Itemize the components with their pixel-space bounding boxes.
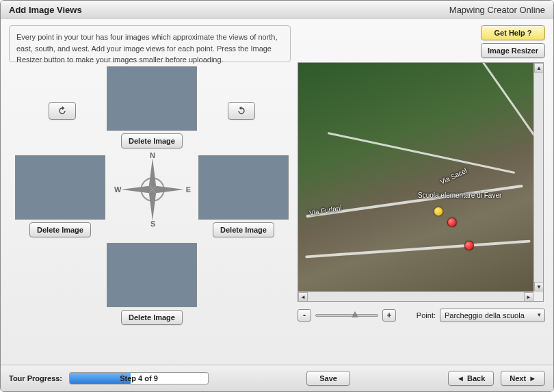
app-window: Add Image Views Mapwing Creator Online E… <box>0 0 554 392</box>
map-container: Scuola elementare di Faver Via Sacel Via… <box>298 62 544 302</box>
view-south: Delete Image <box>106 243 198 325</box>
point-label: Point: <box>417 311 436 319</box>
map-label-via-sacel: Via Sacel <box>439 167 469 186</box>
delete-south-button[interactable]: Delete Image <box>121 310 183 325</box>
svg-marker-3 <box>121 186 153 193</box>
right-pane: Get Help ? Image Resizer Scuola elementa… <box>298 25 545 358</box>
scroll-right-icon[interactable]: ► <box>524 292 533 302</box>
rotate-right-icon <box>57 105 68 116</box>
delete-west-button[interactable]: Delete Image <box>29 222 91 237</box>
compass-s-label: S <box>150 220 155 228</box>
map-road <box>463 63 533 148</box>
scroll-down-icon[interactable]: ▼ <box>534 282 544 291</box>
zoom-slider-thumb[interactable] <box>352 311 358 317</box>
zoom-out-button[interactable]: - <box>298 309 311 322</box>
svg-marker-1 <box>149 158 156 190</box>
compass-icon <box>117 154 188 225</box>
back-label: Back <box>467 374 485 382</box>
east-image[interactable] <box>198 155 289 220</box>
zoom-slider[interactable] <box>315 314 378 317</box>
compass-w-label: W <box>114 185 121 194</box>
map-marker-selected[interactable] <box>434 207 443 216</box>
south-image[interactable] <box>107 243 197 307</box>
app-name: Mapwing Creator Online <box>449 5 545 15</box>
map-road <box>328 132 516 174</box>
map-viewport[interactable]: Scuola elementare di Faver Via Sacel Via… <box>298 63 533 291</box>
svg-marker-4 <box>153 186 184 193</box>
footer: Tour Progress: Step 4 of 9 Save ◄ Back N… <box>1 365 553 391</box>
compass-rose: N S E W <box>117 154 188 225</box>
view-east: Delete Image <box>198 155 289 237</box>
map-scrollbar-horizontal[interactable]: ◄ ► <box>298 291 533 301</box>
rotate-ccw-button[interactable] <box>49 102 76 120</box>
page-title: Add Image Views <box>9 5 82 15</box>
zoom-and-point-row: - + Point: Parcheggio della scuola <box>298 309 545 322</box>
next-button[interactable]: Next ► <box>501 371 545 386</box>
rotate-left-icon <box>236 105 247 116</box>
view-north: Delete Image <box>106 66 198 148</box>
point-select[interactable]: Parcheggio della scuola <box>440 309 545 322</box>
titlebar: Add Image Views Mapwing Creator Online <box>1 1 553 18</box>
delete-north-button[interactable]: Delete Image <box>121 133 183 148</box>
west-image[interactable] <box>15 155 105 220</box>
zoom-in-button[interactable]: + <box>382 309 396 322</box>
save-button[interactable]: Save <box>306 371 350 386</box>
content-area: Every point in your tour has four images… <box>1 18 553 365</box>
scroll-left-icon[interactable]: ◄ <box>298 292 308 302</box>
map-road <box>305 239 530 258</box>
north-image[interactable] <box>107 66 197 131</box>
map-road <box>306 185 523 218</box>
back-button[interactable]: ◄ Back <box>448 371 494 386</box>
next-label: Next <box>510 374 526 382</box>
map-marker[interactable] <box>447 218 457 227</box>
instructions-text: Every point in your tour has four images… <box>9 25 291 62</box>
instructions-row: Every point in your tour has four images… <box>9 25 291 62</box>
progress-text: Step 4 of 9 <box>70 373 208 384</box>
compass-e-label: E <box>186 185 191 194</box>
progress-bar: Step 4 of 9 <box>69 372 209 384</box>
help-buttons: Get Help ? Image Resizer <box>481 25 545 58</box>
left-pane: Every point in your tour has four images… <box>9 25 291 358</box>
image-views-area: Delete Image Delete Image Delete Image D… <box>9 66 291 358</box>
compass-n-label: N <box>150 151 155 159</box>
map-marker[interactable] <box>464 241 474 250</box>
progress-label: Tour Progress: <box>9 374 62 382</box>
back-arrow-icon: ◄ <box>457 374 464 382</box>
svg-marker-2 <box>149 190 156 221</box>
image-resizer-button[interactable]: Image Resizer <box>481 43 545 58</box>
scroll-up-icon[interactable]: ▲ <box>534 63 544 73</box>
delete-east-button[interactable]: Delete Image <box>213 222 274 237</box>
rotate-cw-button[interactable] <box>228 102 255 120</box>
get-help-button[interactable]: Get Help ? <box>481 25 545 40</box>
view-west: Delete Image <box>14 155 106 237</box>
map-scrollbar-vertical[interactable]: ▲ ▼ <box>533 63 543 291</box>
next-arrow-icon: ► <box>529 374 536 382</box>
